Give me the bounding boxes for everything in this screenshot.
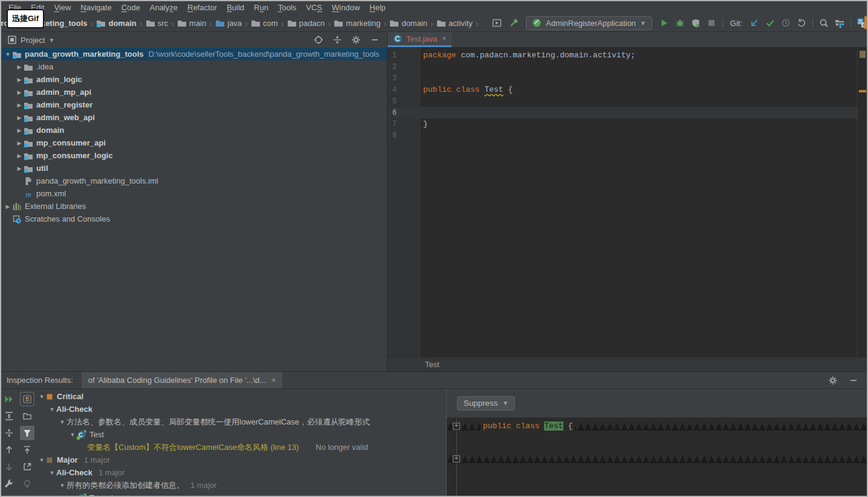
code-line-7[interactable]: 7} (387, 118, 857, 130)
project-tree-row-admin-register[interactable]: ▶admin_register (1, 98, 387, 111)
inspection-tree-row[interactable]: ▼所有的类都必须添加创建者信息。1 major (35, 479, 446, 492)
project-tree-row-panda-growth-marketing-tools[interactable]: ▼panda_growth_marketing_toolsD:\work\cod… (1, 48, 387, 60)
gear-icon[interactable] (351, 35, 361, 45)
previous-problem-button[interactable] (2, 443, 16, 457)
project-tree-row-mp-consumer-api[interactable]: ▶mp_consumer_api (1, 136, 387, 149)
search-icon[interactable] (819, 18, 829, 28)
code-line-4[interactable]: 4public class Test { (387, 84, 857, 95)
tree-expand-icon[interactable]: ▶ (15, 89, 24, 95)
inspection-tree-row[interactable]: ▼Critical (35, 390, 446, 403)
gear-icon[interactable] (828, 376, 838, 385)
chevron-down-icon[interactable]: ▼ (48, 37, 54, 43)
tree-expand-icon[interactable]: ▶ (15, 77, 24, 83)
menu-refactor[interactable]: Refactor (183, 1, 222, 14)
menu-build[interactable]: Build (222, 1, 249, 14)
inspection-tree-row[interactable]: ▼Test (35, 428, 446, 441)
tree-expand-icon[interactable]: ▶ (15, 127, 24, 133)
menu-vcs[interactable]: VCS (301, 1, 327, 14)
breadcrumb-item-marketing[interactable]: marketing (334, 18, 380, 28)
code-line-8[interactable]: 8 (387, 130, 857, 141)
close-icon[interactable]: × (271, 376, 276, 385)
menu-navigate[interactable]: Navigate (76, 1, 116, 14)
inspection-results-tab[interactable]: of 'Alibaba Coding Guidelines' Profile o… (82, 372, 282, 388)
project-tree-row-admin-mp-api[interactable]: ▶admin_mp_api (1, 86, 387, 98)
code-editor[interactable]: 1package com.padacn.marketing.domain.act… (387, 47, 867, 357)
collapse-all-button[interactable] (2, 426, 16, 440)
inspection-tree-row[interactable]: ▼Test1 major (35, 492, 446, 497)
target-icon[interactable] (314, 35, 323, 45)
project-tree-row-admin-web-api[interactable]: ▶admin_web_api (1, 111, 387, 124)
menu-analyze[interactable]: Analyze (145, 1, 183, 14)
menu-tools[interactable]: Tools (273, 1, 301, 14)
coverage-icon[interactable] (691, 18, 701, 28)
project-tree-row--idea[interactable]: ▶.idea (1, 60, 387, 73)
debug-icon[interactable] (675, 18, 685, 28)
tree-expand-icon[interactable]: ▶ (15, 115, 24, 121)
tree-expand-icon[interactable]: ▼ (37, 394, 46, 400)
breadcrumb-item-domain[interactable]: domain (96, 18, 136, 28)
inspection-tree-row[interactable]: 变量名【Custom】不符合lowerCamelCase命名风格 (line 1… (35, 441, 446, 454)
minimize-icon[interactable] (849, 376, 858, 385)
project-panel-title[interactable]: Project (21, 36, 45, 45)
project-tree-row-panda-growth-marketing-tools-iml[interactable]: panda_growth_marketing_tools.iml (1, 175, 387, 187)
group-by-severity-button[interactable] (20, 392, 34, 406)
expand-all-button[interactable] (2, 409, 16, 423)
next-problem-button[interactable] (2, 460, 16, 474)
project-tree-row-util[interactable]: ▶util (1, 162, 387, 175)
tree-expand-icon[interactable]: ▶ (15, 64, 24, 70)
run-icon[interactable] (659, 18, 669, 28)
rollback-icon[interactable] (797, 18, 806, 28)
tree-expand-icon[interactable]: ▶ (15, 102, 24, 108)
tree-expand-icon[interactable]: ▼ (48, 406, 56, 412)
menu-run[interactable]: Run (249, 1, 273, 14)
project-tree-row-external-libraries[interactable]: ▶External Libraries (1, 200, 387, 213)
run-configuration-select[interactable]: AdminRegisterApplication▼ (526, 16, 652, 30)
menu-window[interactable]: Window (327, 1, 364, 14)
tree-expand-icon[interactable]: ▼ (37, 457, 46, 463)
code-line-2[interactable]: 2 (387, 61, 857, 72)
stop-icon[interactable] (707, 18, 716, 28)
code-line-3[interactable]: 3 (387, 72, 857, 84)
editor-breadcrumb-item[interactable]: Test (425, 360, 439, 369)
breadcrumb-item-com[interactable]: com (251, 18, 278, 28)
project-tree-row-admin-logic[interactable]: ▶admin_logic (1, 73, 387, 86)
code-line-5[interactable]: 5 (387, 95, 857, 107)
breadcrumb-item-main[interactable]: main (177, 18, 206, 28)
history-icon[interactable] (781, 18, 791, 28)
inspection-tree-row[interactable]: ▼Ali-Check1 major (35, 466, 446, 479)
quickfix-bulb-button[interactable] (20, 476, 34, 491)
menu-help[interactable]: Help (364, 1, 390, 14)
inspection-tree-row[interactable]: ▼Ali-Check (35, 403, 446, 415)
tree-expand-icon[interactable]: ▼ (68, 495, 77, 497)
code-line-6[interactable]: 6 (387, 107, 857, 118)
hammer-icon[interactable] (509, 18, 519, 28)
clipped-toolbar-icon[interactable] (864, 16, 867, 29)
menu-view[interactable]: View (49, 1, 76, 14)
execute-panel-icon[interactable] (492, 18, 502, 28)
editor-tab-test-java[interactable]: Test.java × (387, 32, 452, 47)
tree-expand-icon[interactable]: ▶ (15, 165, 24, 172)
group-by-directory-button[interactable] (20, 409, 34, 423)
breadcrumb-item-src[interactable]: src (146, 18, 168, 28)
update-icon[interactable] (750, 18, 759, 28)
minimize-icon[interactable] (370, 35, 380, 45)
error-stripe[interactable] (857, 47, 867, 357)
breadcrumb-item-padacn[interactable]: padacn (287, 18, 325, 28)
rerun-inspection-button[interactable] (2, 392, 16, 406)
tree-expand-icon[interactable]: ▼ (58, 483, 66, 489)
fold-plus-icon[interactable]: + (453, 423, 460, 430)
code-line-1[interactable]: 1package com.padacn.marketing.domain.act… (387, 50, 857, 61)
tree-expand-icon[interactable]: ▼ (4, 51, 12, 57)
tree-expand-icon[interactable]: ▶ (15, 140, 24, 146)
tree-expand-icon[interactable]: ▶ (4, 204, 12, 210)
inspection-tree-row[interactable]: ▼Major1 major (35, 454, 446, 466)
tree-expand-icon[interactable]: ▼ (68, 432, 77, 438)
tree-expand-icon[interactable]: ▶ (15, 153, 24, 159)
breadcrumb-item-java[interactable]: java (215, 18, 242, 28)
inspection-status-indicator[interactable] (860, 51, 866, 58)
warning-stripe-mark[interactable] (859, 90, 866, 92)
breadcrumb-item-activity[interactable]: activity (436, 18, 473, 28)
fold-plus-icon[interactable]: + (453, 455, 460, 463)
suppress-button[interactable]: Suppress ▼ (457, 396, 515, 411)
export-button[interactable] (20, 460, 34, 474)
